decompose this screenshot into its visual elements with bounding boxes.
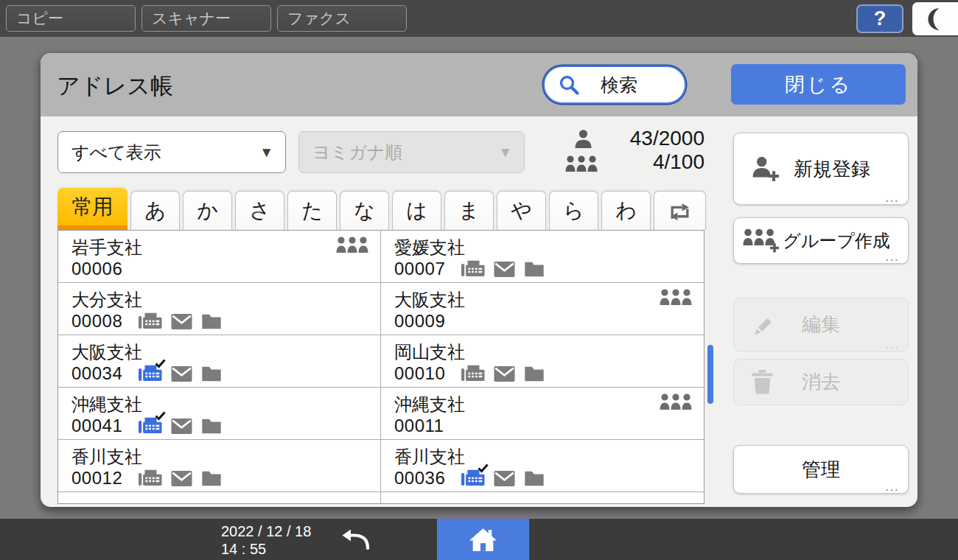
entry-code: 00010 (394, 363, 445, 384)
create-group-button[interactable]: グループ作成 … (733, 217, 909, 264)
kana-tab-label: な (354, 197, 375, 225)
entry-destination-icons (139, 417, 222, 435)
function-tab-label: スキャナー (152, 10, 231, 27)
home-button[interactable] (437, 519, 529, 560)
fax-icon (461, 469, 485, 488)
fax-icon (139, 469, 162, 488)
address-entry[interactable]: 沖縄支社 00011 (381, 388, 704, 440)
function-tab-label: コピー (16, 10, 63, 27)
chevron-down-icon: ▼ (259, 144, 273, 161)
search-button[interactable]: 検索 (543, 66, 686, 104)
more-indicator: … (884, 189, 901, 206)
kana-tab-label: は (406, 197, 427, 225)
mail-icon (171, 419, 192, 434)
edit-button: 編集 … (733, 298, 909, 351)
manage-button[interactable]: 管理 … (733, 445, 909, 494)
kana-tab[interactable]: あ (130, 191, 180, 230)
delete-button: 消去 (733, 359, 909, 405)
kana-tab-label: さ (249, 197, 270, 225)
kana-tab[interactable]: た (287, 191, 337, 230)
kana-tab[interactable]: や (497, 191, 546, 230)
address-entry[interactable]: 岡山支社 00010 (381, 335, 704, 388)
kana-tab[interactable]: ら (549, 191, 598, 230)
top-function-bar: コピー スキャナー ファクス ? (0, 0, 958, 37)
kana-tab[interactable]: ま (444, 191, 494, 230)
entry-name: 愛媛支社 (394, 236, 465, 259)
search-label: 検索 (601, 73, 637, 97)
dialog-title: アドレス帳 (57, 71, 173, 102)
kana-tab[interactable]: 常用 (57, 188, 127, 230)
folder-icon (201, 470, 222, 486)
function-tab-label: ファクス (287, 10, 351, 27)
address-entry[interactable]: 大分支社 00008 (58, 283, 381, 335)
kana-tab[interactable]: な (340, 191, 389, 230)
folder-icon (524, 470, 545, 486)
contact-count: 43/2000 (556, 127, 704, 150)
entry-code: 00009 (394, 311, 445, 332)
date-time: 2022 / 12 / 18 14 : 55 (221, 522, 311, 558)
function-tab[interactable]: スキャナー (141, 5, 271, 32)
back-arrow-icon (340, 526, 374, 553)
fax-icon (461, 365, 485, 383)
address-entry (381, 492, 704, 504)
time-label: 14 : 55 (221, 540, 311, 558)
address-entry[interactable]: 沖縄支社 00041 (58, 388, 381, 440)
entry-code: 00041 (71, 416, 122, 436)
display-filter-dropdown[interactable]: すべて表示 ▼ (57, 131, 286, 173)
fax-check-icon (155, 359, 166, 368)
more-indicator: … (884, 335, 901, 352)
entry-destination-icons (139, 365, 222, 383)
entry-code: 00008 (71, 311, 122, 332)
kana-tab[interactable]: わ (601, 191, 651, 230)
more-indicator: … (884, 248, 901, 265)
entry-code: 00011 (394, 416, 444, 436)
folder-icon (201, 418, 222, 434)
kana-tab[interactable]: は (392, 191, 441, 230)
address-entry[interactable]: 香川支社 00036 (381, 440, 704, 492)
address-entry[interactable]: 大阪支社 00034 (58, 335, 381, 388)
register-button[interactable]: 新規登録 … (733, 133, 909, 205)
entry-destination-icons (461, 260, 545, 279)
energy-saver-button[interactable] (912, 2, 958, 35)
scrollbar-thumb[interactable] (707, 345, 713, 404)
address-entry (58, 492, 381, 504)
mail-icon (494, 262, 515, 277)
entry-code: 00034 (71, 363, 122, 384)
kana-tab[interactable]: さ (235, 191, 284, 230)
entry-name: 沖縄支社 (394, 393, 465, 416)
kana-tab-label: や (511, 197, 532, 225)
address-entry[interactable]: 岩手支社 00006 (58, 231, 381, 283)
folder-icon (201, 313, 222, 329)
mail-icon (171, 314, 192, 329)
kana-tab-bar: 常用 あ か さ た な は ま や ら わ (57, 188, 706, 230)
kana-tab-sort-toggle[interactable] (654, 191, 706, 230)
sort-toggle-icon (668, 200, 691, 222)
address-entry[interactable]: 愛媛支社 00007 (381, 231, 704, 283)
address-entry[interactable]: 香川支社 00012 (58, 440, 381, 492)
group-icon (336, 237, 368, 259)
kana-tab[interactable]: か (183, 191, 232, 230)
fax-icon (461, 260, 485, 279)
top-tab-bar: コピー スキャナー ファクス (6, 5, 407, 32)
kana-tab-label: あ (144, 197, 166, 225)
help-button[interactable]: ? (856, 4, 903, 33)
entry-code: 00036 (394, 468, 445, 489)
entry-name: 沖縄支社 (71, 393, 142, 416)
back-button[interactable] (324, 519, 391, 560)
home-icon (468, 527, 498, 553)
chevron-down-icon: ▼ (498, 144, 512, 161)
function-tab[interactable]: コピー (6, 5, 136, 32)
sort-order-dropdown: ヨミガナ順 ▼ (298, 131, 525, 173)
folder-icon (524, 261, 545, 277)
system-bottom-bar: 2022 / 12 / 18 14 : 55 (0, 519, 958, 560)
sort-order-value: ヨミガナ順 (312, 141, 402, 164)
kana-tab-label: か (197, 197, 218, 225)
kana-tab-label: わ (615, 197, 637, 225)
function-tab[interactable]: ファクス (277, 5, 407, 32)
kana-tab-label: ま (458, 197, 480, 225)
mail-icon (494, 366, 515, 382)
entry-name: 大分支社 (71, 288, 142, 312)
mail-icon (171, 471, 192, 486)
address-entry[interactable]: 大阪支社 00009 (381, 283, 704, 335)
search-icon (558, 74, 580, 96)
